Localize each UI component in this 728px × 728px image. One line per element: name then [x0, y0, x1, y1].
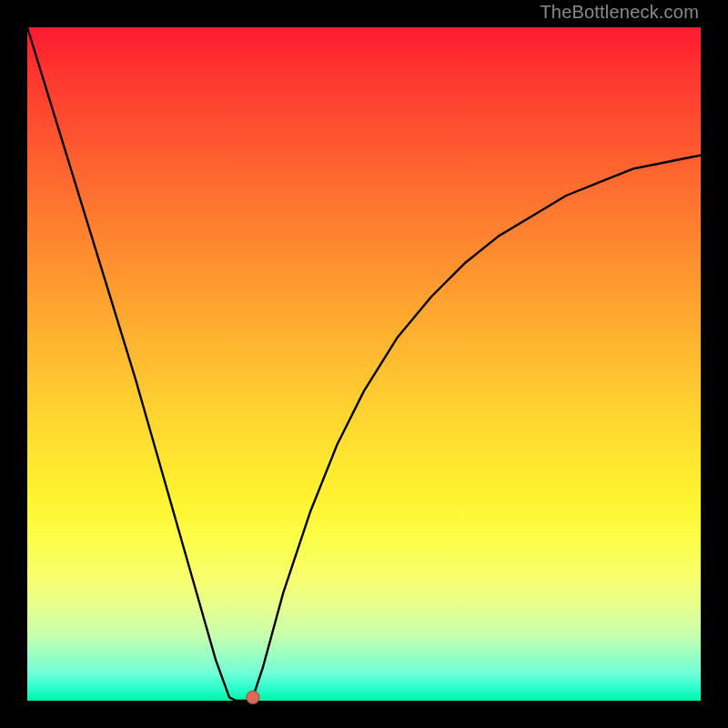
curve-layer — [27, 27, 701, 701]
bottleneck-curve — [27, 27, 701, 701]
chart-frame: TheBottleneck.com — [0, 0, 728, 728]
optimal-point-marker — [247, 691, 259, 703]
watermark-text: TheBottleneck.com — [540, 2, 699, 23]
plot-area — [27, 27, 701, 701]
